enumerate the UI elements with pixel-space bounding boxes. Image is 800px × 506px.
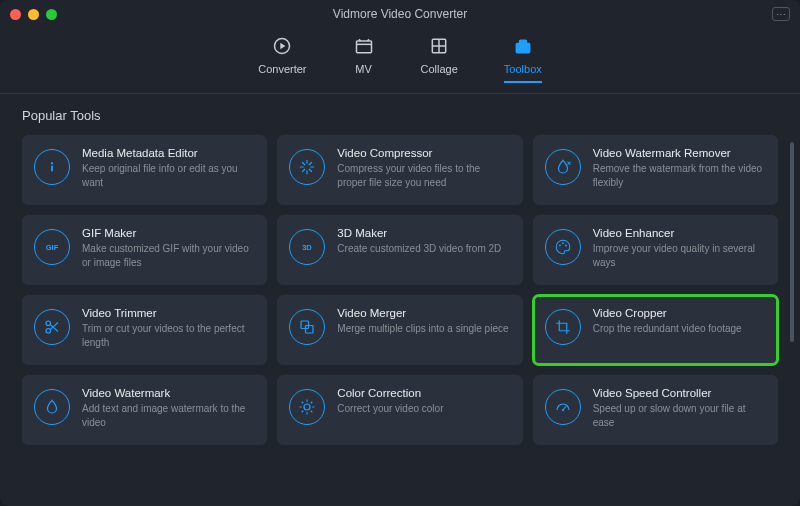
tab-converter[interactable]: Converter: [258, 36, 306, 83]
svg-rect-2: [356, 41, 371, 53]
content-area: Popular Tools Media Metadata EditorKeep …: [0, 94, 800, 506]
tab-collage[interactable]: Collage: [421, 36, 458, 83]
tool-name: Media Metadata Editor: [82, 147, 255, 159]
converter-icon: [271, 36, 293, 58]
tool-text: Video CompressorCompress your video file…: [337, 147, 510, 189]
tool-text: Video TrimmerTrim or cut your videos to …: [82, 307, 255, 349]
tool-card-media-metadata-editor[interactable]: Media Metadata EditorKeep original file …: [22, 135, 267, 205]
tools-grid: Media Metadata EditorKeep original file …: [22, 135, 778, 445]
tool-text: Video MergerMerge multiple clips into a …: [337, 307, 510, 336]
svg-rect-5: [519, 40, 526, 43]
tool-desc: Compress your video files to the proper …: [337, 162, 510, 189]
gif-icon: [34, 229, 70, 265]
tool-desc: Keep original file info or edit as you w…: [82, 162, 255, 189]
app-title: Vidmore Video Converter: [0, 7, 800, 21]
tab-label: MV: [355, 63, 372, 75]
droplet-icon: [34, 389, 70, 425]
svg-rect-4: [516, 44, 529, 53]
tab-toolbox[interactable]: Toolbox: [504, 36, 542, 83]
svg-marker-1: [281, 43, 286, 50]
scissors-icon: [34, 309, 70, 345]
tool-text: GIF MakerMake customized GIF with your v…: [82, 227, 255, 269]
tool-name: Video Trimmer: [82, 307, 255, 319]
tab-label: Toolbox: [504, 63, 542, 75]
tool-card-gif-maker[interactable]: GIF MakerMake customized GIF with your v…: [22, 215, 267, 285]
tool-name: Video Speed Controller: [593, 387, 766, 399]
tool-card-color-correction[interactable]: Color CorrectionCorrect your video color: [277, 375, 522, 445]
tool-card-3d-maker[interactable]: 3D MakerCreate customized 3D video from …: [277, 215, 522, 285]
tool-name: Video Watermark Remover: [593, 147, 766, 159]
tool-name: Video Compressor: [337, 147, 510, 159]
main-tabs: Converter MV Collage Toolbox: [0, 28, 800, 94]
tool-card-video-compressor[interactable]: Video CompressorCompress your video file…: [277, 135, 522, 205]
tool-desc: Make customized GIF with your video or i…: [82, 242, 255, 269]
tool-desc: Merge multiple clips into a single piece: [337, 322, 510, 336]
tab-label: Collage: [421, 63, 458, 75]
section-title: Popular Tools: [22, 108, 778, 123]
scrollbar[interactable]: [790, 142, 794, 342]
compress-icon: [289, 149, 325, 185]
tool-name: Color Correction: [337, 387, 510, 399]
titlebar: Vidmore Video Converter ⋯: [0, 0, 800, 28]
app-window: Vidmore Video Converter ⋯ Converter MV C…: [0, 0, 800, 506]
tool-card-video-enhancer[interactable]: Video EnhancerImprove your video quality…: [533, 215, 778, 285]
info-icon: [34, 149, 70, 185]
tab-mv[interactable]: MV: [353, 36, 375, 83]
tool-name: GIF Maker: [82, 227, 255, 239]
crop-icon: [545, 309, 581, 345]
tool-text: Video WatermarkAdd text and image waterm…: [82, 387, 255, 429]
tool-desc: Correct your video color: [337, 402, 510, 416]
collage-icon: [428, 36, 450, 58]
3d-icon: [289, 229, 325, 265]
tool-card-video-watermark-remover[interactable]: Video Watermark RemoverRemove the waterm…: [533, 135, 778, 205]
tool-desc: Speed up or slow down your file at ease: [593, 402, 766, 429]
sun-icon: [289, 389, 325, 425]
tool-name: 3D Maker: [337, 227, 510, 239]
speedometer-icon: [545, 389, 581, 425]
tool-text: Media Metadata EditorKeep original file …: [82, 147, 255, 189]
tool-text: Video EnhancerImprove your video quality…: [593, 227, 766, 269]
tool-desc: Improve your video quality in several wa…: [593, 242, 766, 269]
tool-text: Video CropperCrop the redundant video fo…: [593, 307, 766, 336]
tool-text: Video Watermark RemoverRemove the waterm…: [593, 147, 766, 189]
tool-text: Video Speed ControllerSpeed up or slow d…: [593, 387, 766, 429]
tool-desc: Add text and image watermark to the vide…: [82, 402, 255, 429]
toolbox-icon: [512, 36, 534, 58]
mv-icon: [353, 36, 375, 58]
tool-card-video-trimmer[interactable]: Video TrimmerTrim or cut your videos to …: [22, 295, 267, 365]
tool-text: 3D MakerCreate customized 3D video from …: [337, 227, 510, 256]
tool-card-video-watermark[interactable]: Video WatermarkAdd text and image waterm…: [22, 375, 267, 445]
tool-desc: Create customized 3D video from 2D: [337, 242, 510, 256]
tool-card-video-merger[interactable]: Video MergerMerge multiple clips into a …: [277, 295, 522, 365]
tool-name: Video Merger: [337, 307, 510, 319]
tool-desc: Trim or cut your videos to the perfect l…: [82, 322, 255, 349]
tab-label: Converter: [258, 63, 306, 75]
tool-name: Video Enhancer: [593, 227, 766, 239]
tool-text: Color CorrectionCorrect your video color: [337, 387, 510, 416]
tool-desc: Crop the redundant video footage: [593, 322, 766, 336]
palette-icon: [545, 229, 581, 265]
tool-name: Video Watermark: [82, 387, 255, 399]
tool-card-video-cropper[interactable]: Video CropperCrop the redundant video fo…: [533, 295, 778, 365]
tool-name: Video Cropper: [593, 307, 766, 319]
tool-card-video-speed-controller[interactable]: Video Speed ControllerSpeed up or slow d…: [533, 375, 778, 445]
merge-icon: [289, 309, 325, 345]
droplet-remove-icon: [545, 149, 581, 185]
tool-desc: Remove the watermark from the video flex…: [593, 162, 766, 189]
